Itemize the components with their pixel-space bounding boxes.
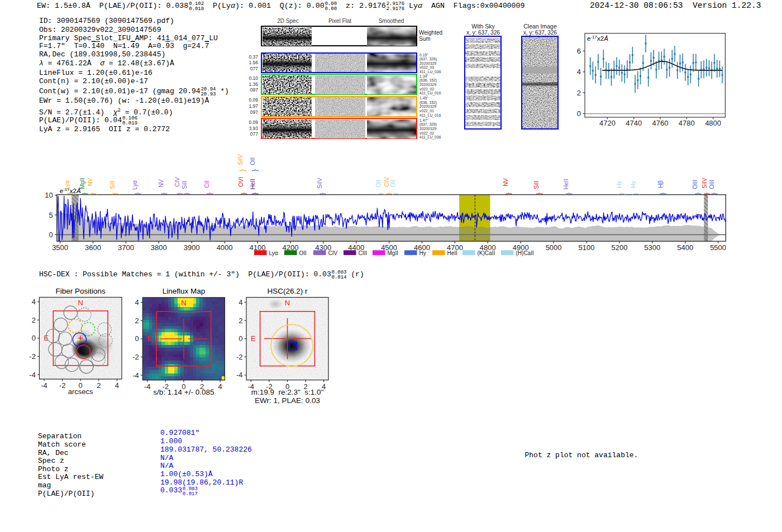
svg-text:4: 4 — [239, 298, 242, 306]
svg-text:N: N — [285, 299, 290, 307]
svg-text:0: 0 — [239, 334, 242, 343]
svg-text:-4: -4 — [236, 371, 243, 379]
svg-text:HSC(26.2) r: HSC(26.2) r — [267, 287, 308, 295]
svg-text:E: E — [251, 334, 256, 343]
svg-text:EWr: 1, PLAE: 0.03: EWr: 1, PLAE: 0.03 — [255, 396, 320, 405]
svg-text:m:19.9 re:2.3" s:1.0": m:19.9 re:2.3" s:1.0" — [251, 388, 324, 396]
svg-text:-2: -2 — [236, 353, 243, 361]
svg-text:2: 2 — [239, 317, 242, 325]
